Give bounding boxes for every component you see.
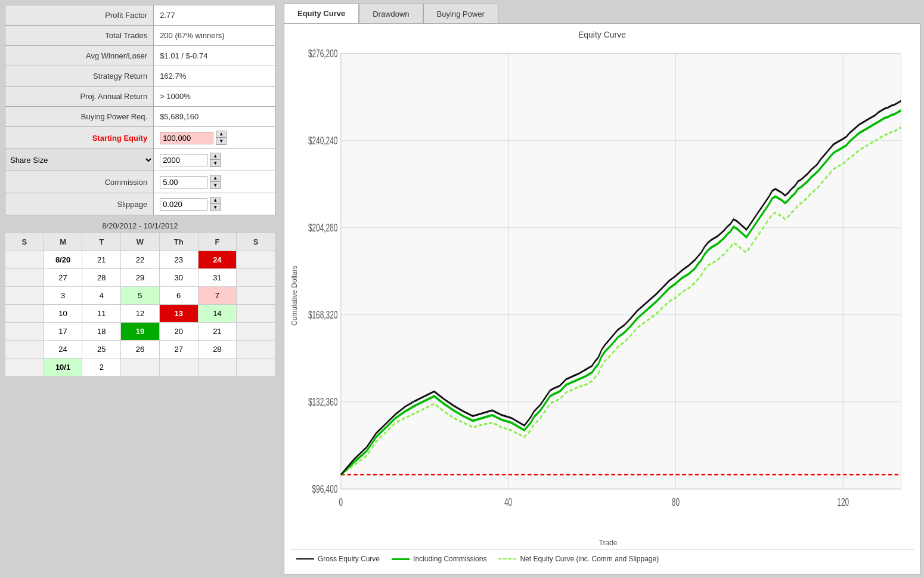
cal-cell-0-4[interactable]: 23	[159, 251, 198, 269]
share-size-row: Share Size ▲ ▼	[5, 149, 275, 171]
cal-cell-4-3[interactable]: 19	[121, 323, 160, 341]
cal-cell-3-1[interactable]: 10	[44, 305, 82, 323]
tab-drawdown[interactable]: Drawdown	[359, 4, 423, 23]
slippage-row: Slippage ▲ ▼	[5, 193, 275, 215]
svg-text:$204,280: $204,280	[308, 222, 337, 234]
avg-winner-loser-row: Avg Winner/Loser $1.01 / $-0.74	[5, 46, 275, 66]
cal-cell-0-2[interactable]: 21	[82, 251, 121, 269]
cal-cell-6-3[interactable]	[121, 358, 160, 376]
cal-cell-2-6[interactable]	[237, 287, 275, 305]
starting-equity-input-group: ▲ ▼	[160, 131, 269, 145]
share-size-input-group: ▲ ▼	[160, 153, 269, 167]
cal-cell-6-6[interactable]	[237, 358, 275, 376]
cal-cell-5-6[interactable]	[237, 341, 275, 358]
starting-equity-input[interactable]	[160, 132, 213, 144]
chart-container: Equity Curve Cumulative Dollars	[284, 23, 920, 574]
cal-cell-4-1[interactable]: 17	[44, 323, 82, 341]
cal-cell-4-2[interactable]: 18	[82, 323, 121, 341]
cal-cell-6-4[interactable]	[159, 358, 198, 376]
legend-net-label: Net Equity Curve (inc. Comm and Slippage…	[520, 555, 659, 563]
buying-power-req-row: Buying Power Req. $5,689,160	[5, 107, 275, 127]
cal-cell-1-4[interactable]: 30	[159, 269, 198, 287]
cal-cell-0-3[interactable]: 22	[121, 251, 160, 269]
cal-cell-1-5[interactable]: 31	[198, 269, 237, 287]
share-size-down[interactable]: ▼	[210, 160, 220, 166]
cal-cell-1-0[interactable]	[5, 269, 44, 287]
cal-cell-3-5[interactable]: 14	[198, 305, 237, 323]
cal-header-f: F	[198, 233, 237, 251]
share-size-select[interactable]: Share Size	[5, 149, 153, 171]
y-axis-label: Cumulative Dollars	[290, 44, 299, 547]
cal-cell-5-4[interactable]: 27	[159, 341, 198, 358]
cal-cell-3-2[interactable]: 11	[82, 305, 121, 323]
cal-cell-3-6[interactable]	[237, 305, 275, 323]
cal-cell-0-5[interactable]: 24	[198, 251, 237, 269]
slippage-up[interactable]: ▲	[210, 197, 220, 204]
starting-equity-up[interactable]: ▲	[216, 131, 226, 138]
commission-input[interactable]	[160, 176, 207, 188]
slippage-down[interactable]: ▼	[210, 204, 220, 211]
tab-equity-curve[interactable]: Equity Curve	[284, 4, 359, 23]
cal-cell-1-3[interactable]: 29	[121, 269, 160, 287]
cal-cell-0-6[interactable]	[237, 251, 275, 269]
calendar-week-4: 1718192021	[5, 323, 275, 341]
cal-cell-6-2[interactable]: 2	[82, 358, 121, 376]
cal-cell-1-6[interactable]	[237, 269, 275, 287]
slippage-input[interactable]	[160, 198, 207, 211]
calendar-title: 8/20/2012 - 10/1/2012	[5, 221, 275, 230]
cal-cell-5-0[interactable]	[5, 341, 44, 358]
cal-cell-0-0[interactable]	[5, 251, 44, 269]
cal-cell-3-3[interactable]: 12	[121, 305, 160, 323]
cal-cell-4-0[interactable]	[5, 323, 44, 341]
starting-equity-cell: ▲ ▼	[154, 127, 275, 149]
slippage-cell: ▲ ▼	[154, 193, 275, 215]
share-size-input[interactable]	[160, 154, 207, 166]
cal-cell-5-1[interactable]: 24	[44, 341, 82, 358]
cal-cell-1-2[interactable]: 28	[82, 269, 121, 287]
cal-cell-4-4[interactable]: 20	[159, 323, 198, 341]
cal-cell-2-1[interactable]: 3	[44, 287, 82, 305]
commission-down[interactable]: ▼	[210, 182, 220, 188]
cal-cell-2-4[interactable]: 6	[159, 287, 198, 305]
legend-net: Net Equity Curve (inc. Comm and Slippage…	[498, 555, 659, 563]
cal-cell-3-0[interactable]	[5, 305, 44, 323]
calendar-week-3: 1011121314	[5, 305, 275, 323]
cal-cell-2-5[interactable]: 7	[198, 287, 237, 305]
commission-spinner: ▲ ▼	[210, 175, 221, 189]
proj-annual-row: Proj. Annual Return > 1000%	[5, 86, 275, 107]
cal-cell-6-1[interactable]: 10/1	[44, 358, 82, 376]
buying-power-req-label: Buying Power Req.	[5, 107, 154, 127]
cal-cell-1-1[interactable]: 27	[44, 269, 82, 287]
cal-cell-4-6[interactable]	[237, 323, 275, 341]
starting-equity-down[interactable]: ▼	[216, 138, 226, 144]
cal-cell-6-0[interactable]	[5, 358, 44, 376]
cal-cell-5-2[interactable]: 25	[82, 341, 121, 358]
avg-winner-loser-value: $1.01 / $-0.74	[154, 46, 275, 66]
commission-up[interactable]: ▲	[210, 175, 220, 182]
cal-cell-0-1[interactable]: 8/20	[44, 251, 82, 269]
share-size-up[interactable]: ▲	[210, 153, 220, 160]
cal-cell-2-0[interactable]	[5, 287, 44, 305]
cal-cell-4-5[interactable]: 21	[198, 323, 237, 341]
buying-power-req-value: $5,689,160	[154, 107, 275, 127]
svg-text:120: 120	[837, 496, 849, 508]
strategy-return-label: Strategy Return	[5, 66, 154, 86]
calendar-week-1: 2728293031	[5, 269, 275, 287]
cal-cell-3-4[interactable]: 13	[159, 305, 198, 323]
proj-annual-value: > 1000%	[154, 86, 275, 107]
chart-svg-area: $276,200 $240,240 $204,280 $168,320 $132…	[302, 44, 914, 536]
total-trades-label: Total Trades	[5, 26, 154, 46]
cal-cell-2-3[interactable]: 5	[121, 287, 160, 305]
calendar-week-2: 34567	[5, 287, 275, 305]
tab-buying-power[interactable]: Buying Power	[423, 4, 498, 23]
commission-cell: ▲ ▼	[154, 171, 275, 193]
cal-header-th: Th	[159, 233, 198, 251]
starting-equity-label: Starting Equity	[5, 127, 154, 149]
cal-header-m: M	[44, 233, 82, 251]
cal-cell-2-2[interactable]: 4	[82, 287, 121, 305]
chart-area: Cumulative Dollars	[290, 44, 914, 547]
commission-label: Commission	[5, 171, 154, 193]
cal-cell-6-5[interactable]	[198, 358, 237, 376]
cal-cell-5-3[interactable]: 26	[121, 341, 160, 358]
cal-cell-5-5[interactable]: 28	[198, 341, 237, 358]
